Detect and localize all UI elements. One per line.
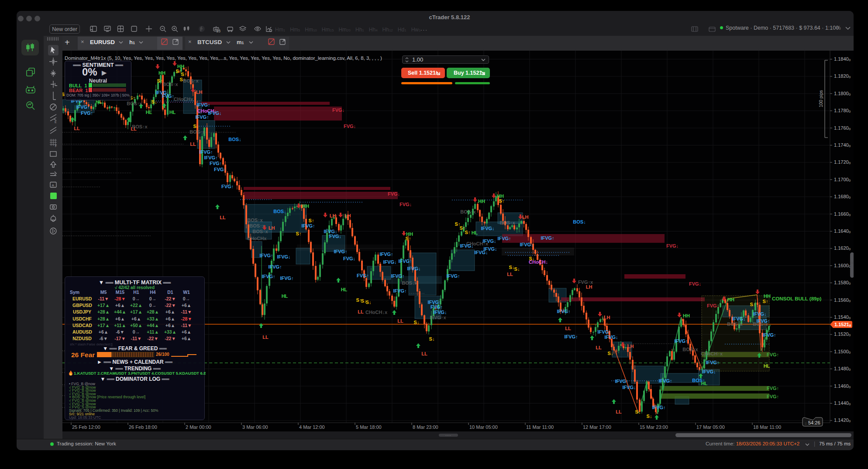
svg-text:IFVG↑: IFVG↑ [446, 273, 460, 279]
svg-text:S↓: S↓ [529, 256, 535, 261]
svg-text:11 Mar 11:00: 11 Mar 11:00 [526, 424, 554, 430]
svg-text:IFVG↑: IFVG↑ [564, 334, 578, 339]
svg-text:IFVG↓: IFVG↓ [474, 250, 488, 255]
svg-text:1.14200: 1.14200 [834, 417, 851, 423]
svg-text:HL: HL [701, 381, 708, 386]
svg-text:S↓: S↓ [414, 320, 420, 325]
svg-text:FVG↓: FVG↓ [329, 234, 341, 239]
svg-text:LL: LL [190, 141, 196, 147]
svg-text:FVG↓: FVG↓ [344, 124, 356, 129]
svg-text:F: F [55, 145, 57, 148]
svg-text:IFVG↑: IFVG↑ [597, 329, 611, 335]
svg-text:IFVG↑x: IFVG↑x [430, 315, 446, 320]
svg-text:IFVG↑: IFVG↑ [76, 104, 90, 110]
svg-text:1.17000: 1.17000 [834, 177, 851, 183]
svg-text:LL: LL [220, 215, 226, 220]
svg-text:BOS↑x: BOS↑x [189, 129, 205, 134]
svg-text:1.17600: 1.17600 [834, 125, 851, 131]
svg-text:S↓: S↓ [635, 409, 641, 414]
svg-text:FVG↑: FVG↑ [767, 394, 779, 399]
svg-text:S↓: S↓ [514, 266, 520, 272]
svg-text:LH: LH [604, 315, 610, 320]
svg-text:HL: HL [472, 230, 478, 235]
svg-text:BOS↑x: BOS↑x [249, 223, 265, 228]
svg-text:S↓: S↓ [509, 265, 515, 270]
svg-text:IFVG↑: IFVG↑ [393, 288, 406, 293]
svg-text:IFVG↑: IFVG↑ [398, 259, 412, 264]
svg-text:3 Mar 06:00: 3 Mar 06:00 [242, 424, 268, 430]
svg-text:IFVG↓: IFVG↓ [208, 110, 221, 116]
svg-text:HH: HH [302, 203, 309, 209]
svg-text:1.15400: 1.15400 [834, 314, 851, 320]
svg-text:IFVG↑: IFVG↑ [497, 236, 511, 241]
svg-text:1.16600: 1.16600 [834, 211, 851, 217]
svg-text:HL: HL [282, 293, 288, 299]
svg-text:S↑: S↑ [465, 230, 471, 235]
svg-text:S↑: S↑ [750, 302, 756, 307]
svg-text:8 Mar 23:00: 8 Mar 23:00 [413, 424, 438, 430]
svg-text:FVG↓: FVG↓ [707, 303, 719, 308]
svg-text:::: :: [805, 421, 806, 425]
svg-text:IFVG↓: IFVG↓ [433, 310, 447, 315]
svg-text:1.17800: 1.17800 [834, 108, 851, 114]
svg-text:BOS↑x: BOS↑x [247, 217, 263, 223]
svg-text:LH: LH [522, 214, 529, 220]
svg-text:18 Mar 11:00: 18 Mar 11:00 [753, 424, 781, 430]
svg-text:LL: LL [421, 351, 427, 356]
svg-text:LL: LL [358, 309, 364, 314]
svg-text:LL: LL [74, 126, 80, 131]
svg-text:S↑: S↑ [157, 78, 163, 83]
svg-text:FVG↓: FVG↓ [666, 243, 679, 248]
svg-text:CHoCH↑x: CHoCH↑x [701, 351, 723, 356]
svg-text:S↓: S↓ [429, 336, 435, 341]
svg-text:1.17400: 1.17400 [834, 142, 851, 148]
svg-text:LH: LH [196, 90, 203, 95]
svg-text:FVG↓: FVG↓ [388, 191, 400, 197]
svg-text:S↑: S↑ [460, 225, 465, 231]
svg-text:IFVG↓: IFVG↓ [383, 259, 396, 265]
svg-text:IFVG↓: IFVG↓ [277, 254, 290, 259]
svg-text:1.14400: 1.14400 [834, 400, 851, 406]
svg-text:BOS↑x: BOS↑x [499, 220, 515, 225]
svg-text:BOS↑x: BOS↑x [127, 101, 142, 106]
svg-text:IFVG↑: IFVG↑ [391, 273, 404, 279]
svg-text:S↑: S↑ [309, 218, 314, 223]
svg-text:1.16200: 1.16200 [834, 245, 851, 251]
svg-text:FVG↑: FVG↑ [162, 93, 174, 99]
svg-text:1.15600: 1.15600 [834, 297, 851, 303]
svg-text:IFVG↑: IFVG↑ [280, 276, 293, 281]
svg-text:IFVG↑: IFVG↑ [557, 309, 570, 314]
svg-text:IFVG↑: IFVG↑ [379, 252, 393, 257]
svg-text:LH: LH [269, 225, 275, 231]
svg-text:IFVG↓: IFVG↓ [622, 385, 636, 390]
svg-text:A: A [52, 183, 55, 187]
svg-text:25 Feb 12:00: 25 Feb 12:00 [72, 424, 100, 430]
svg-text:100 pips: 100 pips [818, 90, 823, 107]
svg-text:IFVG↑: IFVG↑ [301, 223, 315, 228]
svg-text:LL: LL [507, 272, 513, 277]
svg-text:S↑: S↑ [499, 198, 505, 203]
svg-text:BOS↑x: BOS↑x [682, 347, 698, 352]
svg-text:BOS↑x: BOS↑x [460, 209, 476, 214]
svg-text:IFVG↑: IFVG↑ [204, 155, 217, 160]
svg-text:1.15218: 1.15218 [834, 322, 851, 328]
svg-text:BOS↓: BOS↓ [573, 219, 586, 224]
svg-text:FVG↓: FVG↓ [332, 107, 344, 113]
svg-text:IFVG↓: IFVG↓ [460, 243, 473, 248]
svg-text:FVG↑: FVG↑ [767, 352, 779, 357]
svg-text:1.16000: 1.16000 [834, 263, 851, 269]
svg-text:HL: HL [146, 110, 152, 115]
svg-text:LL: LL [262, 335, 269, 340]
svg-text:LL: LL [397, 318, 403, 324]
svg-text:CHoCHx: CHoCHx [174, 97, 193, 102]
svg-text:S↓: S↓ [193, 124, 199, 129]
svg-text:S↑: S↑ [296, 231, 302, 236]
svg-text:IFVG↑: IFVG↑ [706, 360, 719, 365]
svg-text:IFVG↑: IFVG↑ [268, 264, 282, 269]
svg-text:Dominator_M4tr1x (5, 10, Yes,: Dominator_M4tr1x (5, 10, Yes, Yes, Yes, … [65, 55, 382, 61]
svg-text:BOS↑x: BOS↑x [753, 321, 768, 327]
svg-text:HH: HH [158, 70, 165, 76]
svg-text:BOS↓x: BOS↓x [727, 321, 743, 327]
svg-text:BOS↑x: BOS↑x [132, 124, 148, 129]
svg-text:10 Mar 05:00: 10 Mar 05:00 [469, 424, 498, 430]
